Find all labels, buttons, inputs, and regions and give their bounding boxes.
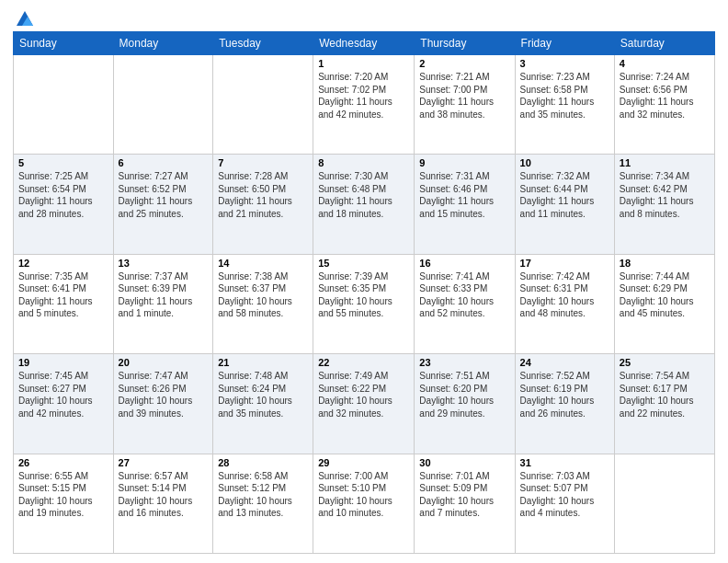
day-number: 25	[620, 357, 710, 368]
day-cell: 29 Sunrise: 7:00 AM Sunset: 5:10 PM Dayl…	[313, 454, 415, 553]
day-number: 18	[620, 258, 710, 269]
weekday-header-wednesday: Wednesday	[313, 32, 415, 55]
day-number: 3	[520, 58, 609, 69]
day-cell: 8 Sunrise: 7:30 AM Sunset: 6:48 PM Dayli…	[313, 155, 415, 254]
day-cell: 25 Sunrise: 7:54 AM Sunset: 6:17 PM Dayl…	[614, 354, 714, 454]
day-cell: 26 Sunrise: 6:55 AM Sunset: 5:15 PM Dayl…	[14, 454, 114, 553]
day-number: 28	[218, 457, 308, 468]
day-cell: 7 Sunrise: 7:28 AM Sunset: 6:50 PM Dayli…	[213, 155, 313, 254]
day-cell: 12 Sunrise: 7:35 AM Sunset: 6:41 PM Dayl…	[14, 254, 114, 353]
day-number: 22	[318, 357, 409, 368]
day-info: Sunrise: 6:57 AM Sunset: 5:14 PM Dayligh…	[119, 470, 209, 520]
day-info: Sunrise: 7:52 AM Sunset: 6:19 PM Dayligh…	[520, 370, 609, 419]
day-info: Sunrise: 7:20 AM Sunset: 7:02 PM Dayligh…	[318, 71, 409, 121]
weekday-header-row: SundayMondayTuesdayWednesdayThursdayFrid…	[14, 32, 715, 55]
calendar-table: SundayMondayTuesdayWednesdayThursdayFrid…	[13, 31, 715, 554]
day-info: Sunrise: 7:27 AM Sunset: 6:52 PM Dayligh…	[119, 170, 209, 220]
day-number: 21	[218, 357, 308, 368]
day-info: Sunrise: 7:42 AM Sunset: 6:31 PM Dayligh…	[520, 270, 609, 320]
day-number: 16	[419, 258, 509, 269]
day-cell: 31 Sunrise: 7:03 AM Sunset: 5:07 PM Dayl…	[515, 454, 614, 553]
day-cell: 30 Sunrise: 7:01 AM Sunset: 5:09 PM Dayl…	[415, 454, 515, 553]
day-number: 24	[520, 357, 609, 368]
day-number: 20	[119, 357, 209, 368]
day-number: 29	[318, 457, 409, 468]
day-info: Sunrise: 7:41 AM Sunset: 6:33 PM Dayligh…	[419, 270, 509, 320]
weekday-header-thursday: Thursday	[415, 32, 515, 55]
day-cell: 4 Sunrise: 7:24 AM Sunset: 6:56 PM Dayli…	[614, 55, 714, 155]
week-row-2: 5 Sunrise: 7:25 AM Sunset: 6:54 PM Dayli…	[14, 155, 715, 254]
logo	[13, 9, 35, 26]
day-cell: 6 Sunrise: 7:27 AM Sunset: 6:52 PM Dayli…	[113, 155, 213, 254]
week-row-1: 1 Sunrise: 7:20 AM Sunset: 7:02 PM Dayli…	[14, 55, 715, 155]
day-cell: 17 Sunrise: 7:42 AM Sunset: 6:31 PM Dayl…	[515, 254, 614, 353]
day-cell: 13 Sunrise: 7:37 AM Sunset: 6:39 PM Dayl…	[113, 254, 213, 353]
day-number: 31	[520, 457, 609, 468]
day-number: 23	[419, 357, 509, 368]
day-info: Sunrise: 6:55 AM Sunset: 5:15 PM Dayligh…	[18, 470, 108, 520]
weekday-header-monday: Monday	[113, 32, 213, 55]
day-info: Sunrise: 6:58 AM Sunset: 5:12 PM Dayligh…	[218, 470, 308, 520]
day-cell: 15 Sunrise: 7:39 AM Sunset: 6:35 PM Dayl…	[313, 254, 415, 353]
day-cell: 24 Sunrise: 7:52 AM Sunset: 6:19 PM Dayl…	[515, 354, 614, 454]
day-info: Sunrise: 7:49 AM Sunset: 6:22 PM Dayligh…	[318, 370, 409, 419]
day-cell: 3 Sunrise: 7:23 AM Sunset: 6:58 PM Dayli…	[515, 55, 614, 155]
day-cell: 18 Sunrise: 7:44 AM Sunset: 6:29 PM Dayl…	[614, 254, 714, 353]
day-info: Sunrise: 7:03 AM Sunset: 5:07 PM Dayligh…	[520, 470, 609, 520]
day-number: 26	[18, 457, 108, 468]
day-cell: 5 Sunrise: 7:25 AM Sunset: 6:54 PM Dayli…	[14, 155, 114, 254]
day-info: Sunrise: 7:25 AM Sunset: 6:54 PM Dayligh…	[18, 170, 108, 220]
day-number: 15	[318, 258, 409, 269]
day-info: Sunrise: 7:35 AM Sunset: 6:41 PM Dayligh…	[18, 270, 108, 320]
day-number: 13	[119, 258, 209, 269]
day-number: 1	[318, 58, 409, 69]
day-number: 9	[419, 157, 509, 168]
day-info: Sunrise: 7:23 AM Sunset: 6:58 PM Dayligh…	[520, 71, 609, 121]
day-number: 6	[119, 157, 209, 168]
day-number: 10	[520, 157, 609, 168]
weekday-header-saturday: Saturday	[614, 32, 714, 55]
week-row-5: 26 Sunrise: 6:55 AM Sunset: 5:15 PM Dayl…	[14, 454, 715, 553]
day-info: Sunrise: 7:24 AM Sunset: 6:56 PM Dayligh…	[620, 71, 710, 121]
day-cell: 10 Sunrise: 7:32 AM Sunset: 6:44 PM Dayl…	[515, 155, 614, 254]
weekday-header-friday: Friday	[515, 32, 614, 55]
day-number: 12	[18, 258, 108, 269]
day-info: Sunrise: 7:39 AM Sunset: 6:35 PM Dayligh…	[318, 270, 409, 320]
day-info: Sunrise: 7:54 AM Sunset: 6:17 PM Dayligh…	[620, 370, 710, 419]
logo-icon	[15, 9, 35, 29]
day-info: Sunrise: 7:47 AM Sunset: 6:26 PM Dayligh…	[119, 370, 209, 419]
day-info: Sunrise: 7:28 AM Sunset: 6:50 PM Dayligh…	[218, 170, 308, 220]
day-cell: 20 Sunrise: 7:47 AM Sunset: 6:26 PM Dayl…	[113, 354, 213, 454]
day-info: Sunrise: 7:21 AM Sunset: 7:00 PM Dayligh…	[419, 71, 509, 121]
day-cell	[614, 454, 714, 553]
weekday-header-sunday: Sunday	[14, 32, 114, 55]
weekday-header-tuesday: Tuesday	[213, 32, 313, 55]
day-info: Sunrise: 7:00 AM Sunset: 5:10 PM Dayligh…	[318, 470, 409, 520]
day-info: Sunrise: 7:32 AM Sunset: 6:44 PM Dayligh…	[520, 170, 609, 220]
day-cell: 11 Sunrise: 7:34 AM Sunset: 6:42 PM Dayl…	[614, 155, 714, 254]
day-cell: 28 Sunrise: 6:58 AM Sunset: 5:12 PM Dayl…	[213, 454, 313, 553]
day-cell: 19 Sunrise: 7:45 AM Sunset: 6:27 PM Dayl…	[14, 354, 114, 454]
day-cell: 21 Sunrise: 7:48 AM Sunset: 6:24 PM Dayl…	[213, 354, 313, 454]
day-cell: 23 Sunrise: 7:51 AM Sunset: 6:20 PM Dayl…	[415, 354, 515, 454]
day-cell	[113, 55, 213, 155]
day-cell	[14, 55, 114, 155]
page: SundayMondayTuesdayWednesdayThursdayFrid…	[0, 0, 728, 563]
day-cell: 1 Sunrise: 7:20 AM Sunset: 7:02 PM Dayli…	[313, 55, 415, 155]
day-info: Sunrise: 7:38 AM Sunset: 6:37 PM Dayligh…	[218, 270, 308, 320]
day-number: 17	[520, 258, 609, 269]
day-info: Sunrise: 7:37 AM Sunset: 6:39 PM Dayligh…	[119, 270, 209, 320]
day-info: Sunrise: 7:01 AM Sunset: 5:09 PM Dayligh…	[419, 470, 509, 520]
week-row-4: 19 Sunrise: 7:45 AM Sunset: 6:27 PM Dayl…	[14, 354, 715, 454]
day-number: 30	[419, 457, 509, 468]
day-number: 11	[620, 157, 710, 168]
day-number: 4	[620, 58, 710, 69]
day-cell: 2 Sunrise: 7:21 AM Sunset: 7:00 PM Dayli…	[415, 55, 515, 155]
day-info: Sunrise: 7:30 AM Sunset: 6:48 PM Dayligh…	[318, 170, 409, 220]
day-cell: 9 Sunrise: 7:31 AM Sunset: 6:46 PM Dayli…	[415, 155, 515, 254]
day-number: 7	[218, 157, 308, 168]
day-number: 14	[218, 258, 308, 269]
week-row-3: 12 Sunrise: 7:35 AM Sunset: 6:41 PM Dayl…	[14, 254, 715, 353]
day-cell: 16 Sunrise: 7:41 AM Sunset: 6:33 PM Dayl…	[415, 254, 515, 353]
day-info: Sunrise: 7:31 AM Sunset: 6:46 PM Dayligh…	[419, 170, 509, 220]
